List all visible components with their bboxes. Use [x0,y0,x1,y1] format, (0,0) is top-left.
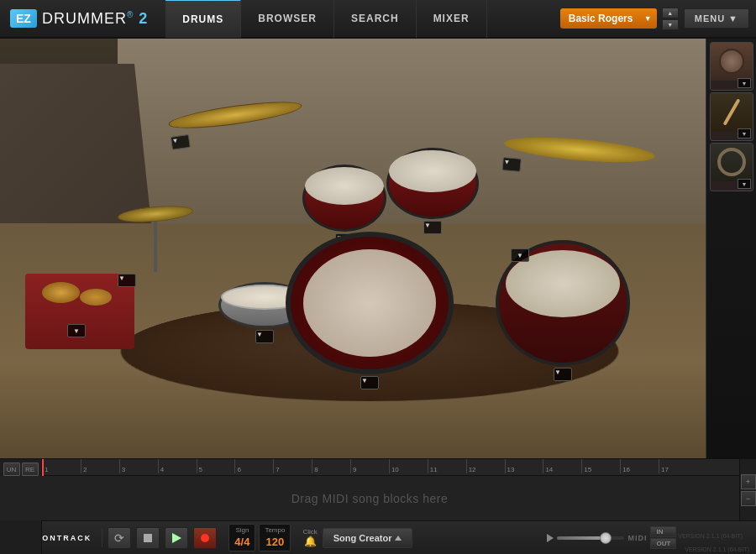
ruler-mark-9: 9 [350,459,389,473]
hihat-right-dropdown[interactable]: ▼ [511,248,529,262]
rack-tom-1-body [302,165,386,232]
redo-button[interactable]: RE [22,463,39,476]
playhead [42,459,44,476]
nav-tabs: DRUMS BROWSER SEARCH MIXER [165,0,486,38]
sign-value: 4/4 [234,536,249,548]
ruler-mark-16: 16 [620,459,659,473]
ruler-mark-5: 5 [197,459,235,473]
ruler-marks: 1 2 3 4 5 6 7 8 9 10 11 12 13 14 15 16 1 [42,459,697,475]
midi-out-button[interactable]: OUT [650,538,676,549]
timeline-ruler: 1 2 3 4 5 6 7 8 9 10 11 12 13 14 15 16 1 [0,459,739,476]
preset-dropdown[interactable]: Basic Rogers [560,8,657,29]
ruler-mark-17: 17 [659,459,697,473]
kit-thumb-dropdown[interactable]: ▼ [738,78,751,88]
ruler-mark-8: 8 [312,459,350,473]
tab-mixer[interactable]: MIXER [417,0,487,38]
song-creator-label: Song Creator [333,533,392,543]
hihat-dropdown[interactable]: ▼ [118,274,136,287]
preset-arrow-down[interactable]: ▼ [662,19,679,30]
drum-viewport: ▼ ▼ ▼ ▼ ▼ ▼ ▼ [0,39,756,458]
instrument-thumb-tambourine[interactable]: ▼ [710,143,753,191]
logo-area: EZ DRUMMER® 2 [0,9,157,28]
version-text: VERSION 2.1.1 (64-BIT) [678,533,743,539]
midi-label: MIDI [627,534,647,542]
bass-drum-dropdown[interactable]: ▼ [360,376,379,389]
song-creator-button[interactable]: Song Creator [323,528,413,548]
control-bar: 🎵 TOONTRACK ⟳ Sign 4/4 Tempo [0,520,756,554]
record-button[interactable] [193,527,217,549]
instrument-thumb-sticks[interactable]: ▼ [710,92,753,141]
tambourine-thumb-dropdown[interactable]: ▼ [738,179,751,189]
tempo-value: 120 [266,536,285,548]
instrument-thumb-kit[interactable]: ▼ [710,42,753,91]
ruler-mark-7: 7 [273,459,312,473]
version-number: 2 [139,10,147,28]
transport-bar: UN RE ▶ ✂ 1 2 3 4 5 6 7 8 9 10 [0,458,756,554]
preset-arrow-up[interactable]: ▲ [662,8,679,18]
hihat-right[interactable]: ▼ [511,248,529,262]
tambourine-thumbnail [711,144,753,181]
crash-cymbal-dropdown[interactable]: ▼ [171,134,191,150]
sticks-thumb-dropdown[interactable]: ▼ [738,128,751,138]
volume-fill [557,536,601,540]
drag-midi-text: Drag MIDI song blocks here [291,492,449,505]
kit-thumbnail [711,43,753,81]
preset-arrow-buttons: ▲ ▼ [662,8,679,30]
ruler-mark-3: 3 [119,459,158,473]
zoom-out-button[interactable]: − [741,491,756,506]
click-button[interactable]: Click 🔔 [302,528,317,547]
rack-tom-2[interactable]: ▼ [386,148,479,236]
rack-tom-2-body [386,148,479,219]
midi-in-button[interactable]: IN [650,526,676,537]
top-navigation: EZ DRUMMER® 2 DRUMS BROWSER SEARCH MIXER… [0,0,756,39]
sign-block[interactable]: Sign 4/4 [228,524,255,551]
singing-bowl-2 [80,289,112,306]
volume-section: MIDI IN OUT [547,526,676,549]
app-name: DRUMMER® [42,10,134,28]
click-icon: 🔔 [304,536,317,547]
tab-search[interactable]: SEARCH [334,0,417,38]
bass-drum-head [303,249,436,357]
ruler-mark-10: 10 [389,459,428,473]
menu-button[interactable]: MENU ▼ [684,8,749,29]
stop-button[interactable] [136,527,160,549]
sign-tempo-area: Sign 4/4 Tempo 120 [222,524,297,551]
snare-dropdown[interactable]: ▼ [255,330,274,343]
volume-icon [547,534,554,542]
hihat-left[interactable]: ▼ [118,206,193,272]
ruler-mark-12: 12 [466,459,505,473]
play-button[interactable] [165,527,188,549]
floor-tom-dropdown[interactable]: ▼ [554,368,572,381]
song-editor-area: UN RE ▶ ✂ 1 2 3 4 5 6 7 8 9 10 [0,459,756,520]
hihat-cymbal-top [117,203,193,225]
tab-browser[interactable]: BROWSER [241,0,334,38]
tempo-block[interactable]: Tempo 120 [259,524,291,551]
zoom-in-button[interactable]: + [741,474,756,489]
bass-drum-body [286,232,454,374]
preset-area: Basic Rogers ▲ ▼ MENU ▼ [560,8,756,30]
ruler-mark-14: 14 [543,459,581,473]
scroll-buttons: + − [739,459,756,520]
hihat-stand [154,222,157,272]
ez-logo: EZ [10,9,37,28]
click-label: Click [302,528,317,536]
ride-cymbal-dropdown[interactable]: ▼ [502,157,522,172]
preset-select-wrapper: Basic Rogers [560,8,657,29]
instrument-panel: ▼ ▼ ▼ [706,39,756,458]
sign-label: Sign [234,526,249,534]
bass-drum[interactable]: ▼ [286,232,454,391]
record-icon [201,534,209,542]
loop-button[interactable]: ⟳ [108,527,131,549]
ruler-mark-6: 6 [234,459,273,473]
ruler-mark-1: 1 [42,459,81,473]
song-blocks-area[interactable]: Drag MIDI song blocks here [0,476,739,520]
rack-tom-1-head [305,167,384,205]
ruler-mark-13: 13 [505,459,543,473]
play-icon [172,533,181,543]
undo-button[interactable]: UN [3,463,20,476]
volume-knob[interactable] [600,532,612,544]
volume-slider[interactable] [557,536,624,540]
tab-drums[interactable]: DRUMS [165,0,241,38]
reg-mark: ® [127,10,134,19]
ruler-mark-2: 2 [81,459,119,473]
